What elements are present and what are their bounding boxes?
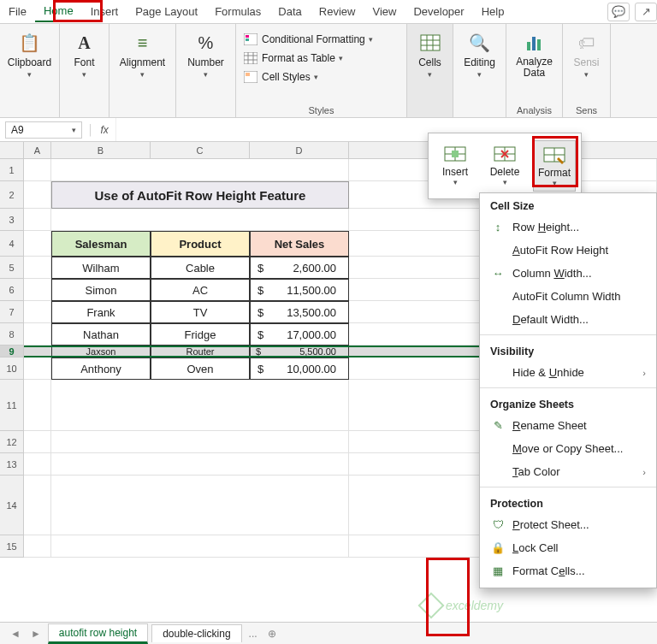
row-header[interactable]: 7: [0, 301, 24, 323]
sheet-nav-prev[interactable]: ◄: [7, 628, 24, 640]
table-header-product[interactable]: Product: [151, 231, 250, 257]
new-sheet-button[interactable]: ⊕: [264, 628, 280, 640]
row-header[interactable]: 13: [0, 453, 24, 476]
sensitivity-icon: 🏷: [575, 31, 599, 55]
svg-rect-9: [246, 73, 250, 76]
select-all-corner[interactable]: [0, 142, 24, 158]
number-icon: %: [194, 31, 218, 55]
analyze-data-button[interactable]: Analyze Data: [512, 29, 556, 80]
editing-button[interactable]: 🔍Editing▾: [460, 29, 499, 80]
sens-group-label: Sens: [576, 102, 597, 115]
tab-home[interactable]: Home: [35, 1, 82, 22]
watermark: exceldemy: [422, 596, 503, 615]
table-header-salesman[interactable]: Salesman: [51, 231, 151, 257]
col-header-b[interactable]: B: [51, 142, 151, 158]
row-header[interactable]: 1: [0, 159, 24, 181]
table-cell[interactable]: $2,600.00: [250, 257, 349, 279]
table-cell[interactable]: Simon: [51, 279, 151, 301]
analysis-group-label: Analysis: [517, 102, 552, 115]
table-cell[interactable]: Frank: [51, 301, 151, 323]
table-cell[interactable]: Anthony: [51, 357, 151, 380]
sheet-tab[interactable]: double-clicking: [151, 624, 241, 642]
fx-button[interactable]: fx: [94, 124, 115, 136]
sensitivity-button[interactable]: 🏷Sensi▾: [570, 29, 602, 80]
row-header[interactable]: 3: [0, 209, 24, 231]
lock-icon: 🔒: [490, 541, 506, 554]
share-button[interactable]: ↗: [635, 3, 657, 21]
menu-autofit-column-width[interactable]: AutoFit Column Width: [480, 285, 656, 308]
cell-styles-button[interactable]: Cell Styles ▾: [243, 70, 318, 84]
tab-formulas[interactable]: Formulas: [206, 2, 269, 21]
tab-file[interactable]: File: [0, 2, 35, 21]
sheet-nav-next[interactable]: ►: [27, 628, 44, 640]
table-cell[interactable]: $11,500.00: [250, 279, 349, 301]
comments-button[interactable]: 💬: [607, 3, 630, 21]
menu-heading-cellsize: Cell Size: [480, 193, 656, 216]
tab-developer[interactable]: Developer: [405, 2, 472, 21]
tab-insert[interactable]: Insert: [82, 2, 127, 21]
ribbon-tabs: File Home Insert Page Layout Formulas Da…: [0, 0, 657, 24]
menu-lock-cell[interactable]: 🔒Lock Cell: [480, 536, 656, 559]
delete-cells-button[interactable]: Delete▾: [483, 140, 526, 192]
menu-autofit-row-height[interactable]: AutoFit Row Height: [480, 239, 656, 262]
watermark-logo-icon: [418, 592, 445, 618]
table-header-netsales[interactable]: Net Sales: [250, 231, 349, 257]
tab-data[interactable]: Data: [269, 2, 310, 21]
ribbon: 📋Clipboard▾ AFont▾ ≡Alignment▾ %Number▾ …: [0, 24, 657, 118]
row-header[interactable]: 6: [0, 279, 24, 301]
menu-protect-sheet[interactable]: 🛡Protect Sheet...: [480, 513, 656, 536]
cells-button[interactable]: Cells▾: [415, 29, 446, 80]
row-header[interactable]: 11: [0, 380, 24, 431]
delete-icon: [491, 144, 518, 164]
menu-rename-sheet[interactable]: ✎Rename Sheet: [480, 414, 656, 437]
number-button[interactable]: %Number▾: [184, 29, 228, 80]
title-cell[interactable]: Use of AutoFit Row Height Feature: [51, 181, 349, 209]
svg-rect-10: [421, 35, 440, 50]
menu-hide-unhide[interactable]: Hide & Unhide›: [480, 361, 656, 384]
name-box[interactable]: A9▾: [5, 121, 82, 139]
row-header[interactable]: 5: [0, 257, 24, 279]
row-header[interactable]: 4: [0, 231, 24, 257]
col-header-c[interactable]: C: [151, 142, 250, 158]
format-cells-button[interactable]: Format▾: [533, 140, 576, 192]
menu-format-cells[interactable]: ▦Format Cells...: [480, 559, 656, 582]
insert-cells-button[interactable]: Insert▾: [434, 140, 476, 192]
table-cell[interactable]: Fridge: [151, 323, 250, 346]
format-as-table-button[interactable]: Format as Table ▾: [243, 51, 343, 65]
table-cell[interactable]: Nathan: [51, 323, 151, 346]
row-header[interactable]: 12: [0, 431, 24, 453]
sheet-tab-active[interactable]: autofit row height: [48, 623, 148, 644]
tab-view[interactable]: View: [364, 2, 405, 21]
table-cell[interactable]: $17,000.00: [250, 323, 349, 346]
tab-review[interactable]: Review: [311, 2, 364, 21]
row-header[interactable]: 8: [0, 323, 24, 346]
format-icon: [541, 145, 568, 165]
table-cell[interactable]: AC: [151, 279, 250, 301]
table-cell[interactable]: TV: [151, 301, 250, 323]
row-header[interactable]: 15: [0, 535, 24, 558]
menu-column-width[interactable]: ↔Column Width...: [480, 262, 656, 285]
menu-row-height[interactable]: ↕Row Height...: [480, 216, 656, 239]
table-cell[interactable]: Oven: [151, 357, 250, 380]
table-cell[interactable]: $13,500.00: [250, 301, 349, 323]
alignment-button[interactable]: ≡Alignment▾: [116, 29, 169, 80]
row-header[interactable]: 2: [0, 181, 24, 209]
tab-page-layout[interactable]: Page Layout: [127, 2, 206, 21]
tab-help[interactable]: Help: [473, 2, 513, 21]
col-header-d[interactable]: D: [250, 142, 349, 158]
table-cell[interactable]: Cable: [151, 257, 250, 279]
menu-move-copy-sheet[interactable]: Move or Copy Sheet...: [480, 437, 656, 460]
menu-tab-color[interactable]: Tab Color›: [480, 460, 656, 483]
row-header[interactable]: 10: [0, 357, 24, 380]
table-cell[interactable]: Wilham: [51, 257, 151, 279]
row-header-selected[interactable]: 9: [0, 346, 24, 357]
font-button[interactable]: AFont▾: [69, 29, 100, 80]
table-cell[interactable]: $10,000.00: [250, 357, 349, 380]
row-header[interactable]: 14: [0, 476, 24, 535]
conditional-formatting-button[interactable]: Conditional Formatting ▾: [243, 32, 373, 46]
sheet-tabs-more[interactable]: ...: [246, 628, 261, 640]
clipboard-button[interactable]: 📋Clipboard▾: [4, 29, 55, 80]
clipboard-icon: 📋: [18, 31, 42, 55]
col-header-a[interactable]: A: [24, 142, 51, 158]
menu-default-width[interactable]: Default Width...: [480, 308, 656, 331]
